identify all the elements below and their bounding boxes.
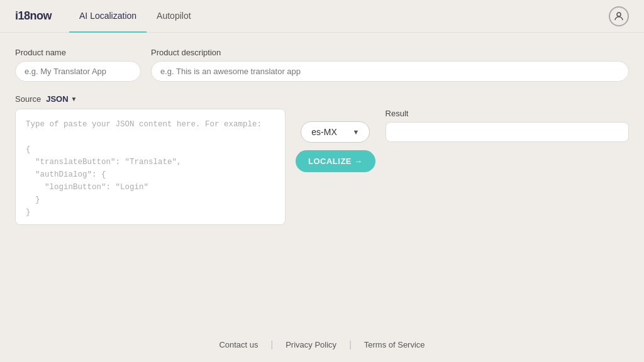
header-right: [609, 6, 629, 26]
product-desc-group: Product description: [151, 48, 629, 82]
editor-area: es-MX ▼ LOCALIZE → Result: [15, 109, 629, 225]
locale-value: es-MX: [311, 127, 336, 137]
result-section: Result: [386, 109, 629, 142]
privacy-policy-link[interactable]: Privacy Policy: [273, 340, 349, 349]
contact-us-link[interactable]: Contact us: [206, 340, 270, 349]
source-row: Source JSON ▼: [15, 94, 629, 104]
product-name-group: Product name: [15, 48, 141, 82]
tab-ai-localization[interactable]: AI Localization: [69, 0, 147, 33]
result-header: Result: [386, 109, 629, 118]
product-desc-input[interactable]: [151, 61, 629, 82]
tab-autopilot[interactable]: Autopilot: [147, 0, 201, 33]
terms-of-service-link[interactable]: Terms of Service: [352, 340, 438, 349]
center-controls: es-MX ▼ LOCALIZE →: [296, 109, 375, 172]
localize-button[interactable]: LOCALIZE →: [296, 150, 375, 172]
result-label: Result: [386, 109, 629, 118]
locale-chevron-icon: ▼: [352, 128, 359, 136]
logo: i18now: [15, 9, 52, 23]
footer: Contact us | Privacy Policy | Terms of S…: [0, 327, 644, 362]
svg-point-0: [617, 13, 621, 16]
chevron-down-icon: ▼: [71, 96, 77, 102]
nav-tabs: AI Localization Autopilot: [69, 0, 201, 32]
product-desc-label: Product description: [151, 48, 629, 57]
user-icon[interactable]: [609, 6, 629, 26]
fields-row: Product name Product description: [15, 48, 629, 82]
product-name-input[interactable]: [15, 61, 141, 82]
source-label: Source: [15, 94, 41, 104]
source-format-value: JSON: [46, 94, 68, 104]
locale-select[interactable]: es-MX ▼: [301, 121, 370, 143]
header: i18now AI Localization Autopilot: [0, 0, 644, 33]
source-format-select[interactable]: JSON ▼: [46, 94, 77, 104]
product-name-label: Product name: [15, 48, 141, 57]
main-content: Product name Product description Source …: [0, 33, 644, 327]
json-editor[interactable]: [15, 109, 286, 225]
result-box[interactable]: [386, 122, 629, 142]
